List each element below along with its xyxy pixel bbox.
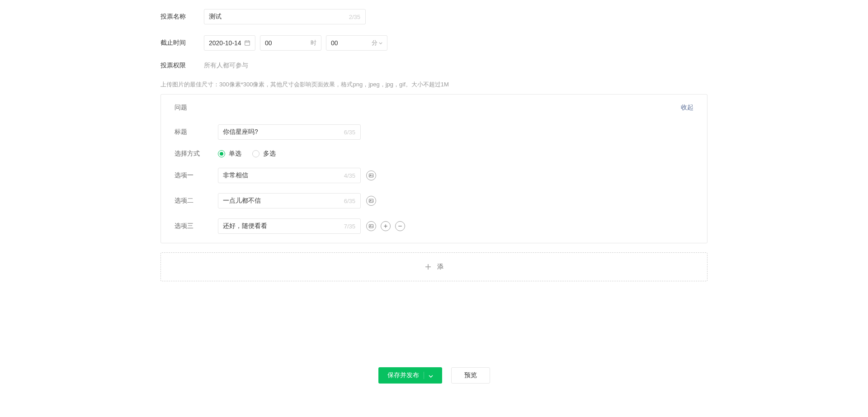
option-icons-2 [366,196,376,206]
option-input-wrapper-2: 6/35 [218,193,361,208]
radio-multi[interactable]: 多选 [252,150,276,158]
radio-group: 单选 多选 [218,150,276,158]
option-row-2: 选项二 6/35 [175,193,693,208]
deadline-hour-select[interactable]: 00 时 [260,35,321,51]
preview-button[interactable]: 预览 [451,367,490,384]
title-input-wrapper: 6/35 [218,124,361,140]
option-label-1: 选项一 [175,171,218,180]
option-input-1[interactable] [218,168,361,183]
deadline-hour-value: 00 [265,39,272,47]
save-publish-button[interactable]: 保存并发布 [378,367,442,384]
option-counter-1: 4/35 [344,172,355,179]
collapse-link[interactable]: 收起 [681,104,693,112]
option-icons-3 [366,221,405,231]
option-input-wrapper-1: 4/35 [218,168,361,183]
svg-rect-8 [369,224,373,228]
select-mode-row: 选择方式 单选 多选 [175,150,693,158]
image-icon-3[interactable] [366,221,376,231]
option-counter-3: 7/35 [344,223,355,230]
permission-label: 投票权限 [160,62,204,70]
minute-suffix: 分 [372,39,377,47]
hour-suffix: 时 [311,39,316,47]
title-label: 标题 [175,128,218,136]
remove-icon[interactable] [395,221,405,231]
option-label-2: 选项二 [175,197,218,205]
option-input-wrapper-3: 7/35 [218,218,361,234]
deadline-label: 截止时间 [160,39,204,47]
name-input-wrapper: 2/35 [204,9,366,24]
question-header: 问题 收起 [175,104,693,112]
deadline-date-input[interactable]: 2020-10-14 [204,35,255,51]
radio-single-circle [218,150,225,157]
caret-down-icon [429,375,433,378]
image-hint: 上传图片的最佳尺寸：300像素*300像素，其他尺寸会影响页面效果，格式png，… [147,81,721,89]
image-icon-1[interactable] [366,171,376,180]
footer-buttons: 保存并发布 预览 [147,308,721,384]
option-label-3: 选项三 [175,222,218,230]
option-counter-2: 6/35 [344,198,355,204]
save-publish-caret [424,372,433,379]
chevron-down-icon [379,42,382,44]
permission-row: 投票权限 所有人都可参与 [147,62,721,70]
name-input[interactable] [204,9,366,24]
name-counter: 2/35 [349,14,360,20]
question-panel-title: 问题 [175,104,187,112]
question-panel: 问题 收起 标题 6/35 选择方式 单选 多选 [160,94,708,243]
permission-text: 所有人都可参与 [204,62,248,70]
option-row-1: 选项一 4/35 [175,168,693,183]
image-icon-2[interactable] [366,196,376,206]
select-mode-label: 选择方式 [175,150,218,158]
save-publish-label: 保存并发布 [387,371,419,379]
title-row: 标题 6/35 [175,124,693,140]
svg-rect-6 [369,199,373,203]
add-question-box[interactable]: 添 [160,252,708,281]
radio-multi-circle [252,150,259,157]
svg-rect-0 [245,41,250,46]
radio-single-label: 单选 [229,150,241,158]
deadline-row: 截止时间 2020-10-14 00 时 00 分 [147,35,721,51]
add-question-label: 添 [437,263,443,271]
option-input-3[interactable] [218,218,361,234]
add-icon[interactable] [381,221,391,231]
radio-single[interactable]: 单选 [218,150,241,158]
name-label: 投票名称 [160,13,204,21]
name-row: 投票名称 2/35 [147,9,721,24]
title-input[interactable] [218,124,361,140]
option-input-2[interactable] [218,193,361,208]
deadline-date-value: 2020-10-14 [209,39,241,47]
plus-icon [425,263,432,270]
option-row-3: 选项三 7/35 [175,218,693,234]
deadline-minute-select[interactable]: 00 分 [326,35,387,51]
title-counter: 6/35 [344,129,355,136]
option-icons-1 [366,171,376,180]
calendar-icon [244,40,250,46]
svg-rect-4 [369,174,373,177]
deadline-minute-value: 00 [331,39,338,47]
radio-multi-label: 多选 [263,150,276,158]
